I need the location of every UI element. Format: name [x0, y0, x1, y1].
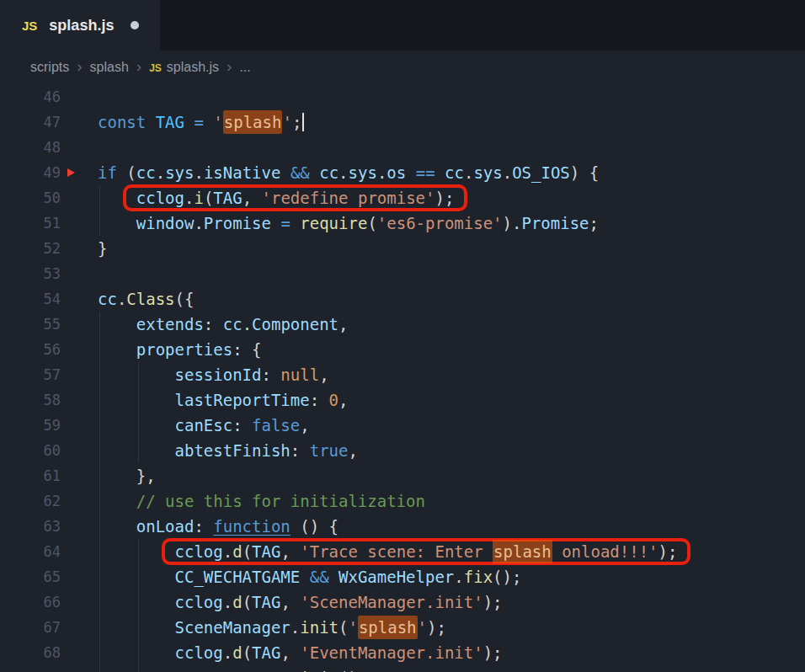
code-text: cclog.d(TAG, 'Trace scene: Enter splash … — [98, 539, 805, 564]
code-line[interactable]: 49if (cc.sys.isNative && cc.sys.os == cc… — [0, 160, 805, 185]
code-line[interactable]: 66 cclog.d(TAG, 'SceneManager.init'); — [0, 589, 805, 615]
code-line[interactable]: 62 // use this for initialization — [0, 488, 805, 514]
line-number[interactable]: 51 — [0, 211, 61, 236]
code-text: cclog.d(TAG, 'SceneManager.init'); — [98, 589, 805, 615]
code-text: SceneManager.init('splash'); — [98, 615, 805, 640]
indent-guide — [138, 640, 139, 665]
line-number[interactable]: 61 — [0, 463, 61, 488]
tab-label: splash.js — [49, 17, 114, 35]
indent-guide — [99, 362, 100, 387]
indent-guide — [99, 539, 100, 564]
indent-guide — [99, 665, 100, 672]
javascript-file-icon: JS — [149, 62, 162, 74]
code-text: window.Promise = require('es6-promise').… — [98, 211, 805, 236]
indent-guide — [99, 589, 100, 615]
indent-guide — [99, 438, 100, 463]
line-number[interactable]: 58 — [0, 387, 61, 413]
code-line[interactable]: 65 CC_WECHATGAME && WxGameHelper.fix(); — [0, 564, 805, 589]
code-line[interactable]: 55 extends: cc.Component, — [0, 312, 805, 337]
code-editor[interactable]: 4647const TAG = 'splash';4849if (cc.sys.… — [0, 84, 805, 672]
code-text: } — [98, 236, 805, 261]
indent-guide — [138, 539, 139, 564]
line-number[interactable]: 67 — [0, 615, 61, 640]
indent-guide — [99, 211, 100, 236]
code-line[interactable]: 56 properties: { — [0, 337, 805, 362]
line-number[interactable]: 52 — [0, 236, 61, 261]
line-number[interactable]: 56 — [0, 337, 61, 362]
line-number[interactable]: 57 — [0, 362, 61, 387]
code-line[interactable]: 57 sessionId: null, — [0, 362, 805, 387]
code-line[interactable]: 50 cclog.i(TAG, 'redefine promise'); — [0, 185, 805, 211]
modified-indicator-dot[interactable] — [131, 21, 139, 29]
line-number[interactable]: 63 — [0, 514, 61, 539]
line-number[interactable]: 46 — [0, 84, 61, 109]
breadcrumb-item-ellipsis[interactable]: ... — [239, 60, 250, 75]
line-number[interactable]: 50 — [0, 185, 61, 211]
code-text — [98, 84, 805, 109]
indent-guide — [99, 463, 100, 488]
breadcrumb-item-scripts[interactable]: scripts — [30, 60, 69, 75]
tab-bar: JS splash.js — [0, 0, 805, 51]
line-number[interactable]: 59 — [0, 413, 61, 438]
code-line[interactable]: 69 EventManager.init(); — [0, 665, 805, 672]
code-text: cclog.i(TAG, 'redefine promise'); — [98, 185, 805, 211]
line-number[interactable]: 53 — [0, 261, 61, 286]
indent-guide — [99, 387, 100, 413]
line-number[interactable]: 69 — [0, 665, 61, 672]
line-number[interactable]: 48 — [0, 135, 61, 160]
line-number[interactable]: 55 — [0, 312, 61, 337]
code-line[interactable]: 47const TAG = 'splash'; — [0, 109, 805, 135]
gutter-arrow-marker-icon — [67, 168, 75, 177]
code-line[interactable]: 53 — [0, 261, 805, 286]
breadcrumb-item-splash-js[interactable]: JSsplash.js — [149, 60, 219, 75]
code-line[interactable]: 58 lastReportTime: 0, — [0, 387, 805, 413]
code-line[interactable]: 46 — [0, 84, 805, 109]
indent-guide — [99, 488, 100, 514]
text-cursor — [302, 113, 304, 131]
code-text: abtestFinish: true, — [98, 438, 805, 463]
code-line[interactable]: 52} — [0, 236, 805, 261]
code-line[interactable]: 51 window.Promise = require('es6-promise… — [0, 211, 805, 236]
code-line[interactable]: 67 SceneManager.init('splash'); — [0, 615, 805, 640]
line-number[interactable]: 54 — [0, 286, 61, 312]
indent-guide — [99, 413, 100, 438]
indent-guide — [138, 665, 139, 672]
line-number[interactable]: 65 — [0, 564, 61, 589]
code-text: canEsc: false, — [98, 413, 805, 438]
indent-guide — [138, 438, 139, 463]
line-number[interactable]: 47 — [0, 109, 61, 135]
indent-guide — [138, 589, 139, 615]
code-line[interactable]: 64 cclog.d(TAG, 'Trace scene: Enter spla… — [0, 539, 805, 564]
indent-guide — [99, 312, 100, 337]
indent-guide — [99, 337, 100, 362]
line-number[interactable]: 64 — [0, 539, 61, 564]
code-line[interactable]: 61 }, — [0, 463, 805, 488]
breadcrumb-item-label: splash.js — [167, 60, 219, 74]
breadcrumb-item-splash[interactable]: splash — [90, 60, 129, 75]
line-number[interactable]: 66 — [0, 589, 61, 615]
tab-splash-js[interactable]: JS splash.js — [0, 0, 160, 51]
code-line[interactable]: 54cc.Class({ — [0, 286, 805, 312]
indent-guide — [138, 362, 139, 387]
code-line[interactable]: 59 canEsc: false, — [0, 413, 805, 438]
indent-guide — [138, 387, 139, 413]
code-text: properties: { — [98, 337, 805, 362]
code-text — [98, 261, 805, 286]
code-line[interactable]: 68 cclog.d(TAG, 'EventManager.init'); — [0, 640, 805, 665]
chevron-right-icon: › — [136, 58, 141, 77]
code-text: if (cc.sys.isNative && cc.sys.os == cc.s… — [98, 160, 805, 185]
code-line[interactable]: 48 — [0, 135, 805, 160]
indent-guide — [99, 514, 100, 539]
line-number[interactable]: 49 — [0, 160, 61, 185]
line-number[interactable]: 62 — [0, 488, 61, 514]
chevron-right-icon: › — [227, 58, 232, 77]
code-text: EventManager.init(); — [98, 665, 805, 672]
breadcrumb: scripts › splash › JSsplash.js › ... — [0, 51, 805, 84]
code-text: lastReportTime: 0, — [98, 387, 805, 413]
code-text: CC_WECHATGAME && WxGameHelper.fix(); — [98, 564, 805, 589]
line-number[interactable]: 68 — [0, 640, 61, 665]
line-number[interactable]: 60 — [0, 438, 61, 463]
code-line[interactable]: 63 onLoad: function () { — [0, 514, 805, 539]
code-text: const TAG = 'splash'; — [98, 109, 805, 135]
code-line[interactable]: 60 abtestFinish: true, — [0, 438, 805, 463]
